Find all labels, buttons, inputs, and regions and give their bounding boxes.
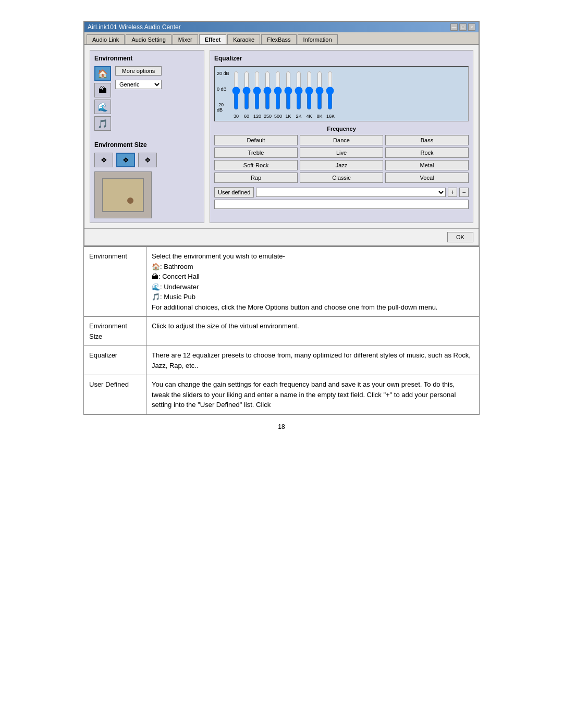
environment-dropdown[interactable]: Generic Bathroom Concert Hall Underwater… [115, 80, 162, 89]
preset-jazz[interactable]: Jazz [300, 160, 383, 170]
tab-audio-link[interactable]: Audio Link [87, 34, 125, 44]
more-options-button[interactable]: More options [115, 66, 162, 76]
equalizer-title: Equalizer [214, 55, 469, 62]
env-desc-concert: : Concert Hall [158, 273, 200, 280]
size-buttons: ❖ ❖ ❖ [94, 153, 200, 167]
eq-slider-1k[interactable] [285, 71, 292, 110]
user-defined-button[interactable]: User defined [214, 187, 254, 198]
term-environment: Environment [84, 247, 146, 317]
user-defined-row: User defined + − [214, 187, 469, 198]
tab-karaoke[interactable]: Karaoke [227, 34, 260, 44]
env-size-title: Environment Size [94, 141, 200, 149]
room-inner [102, 178, 144, 212]
preset-vocal[interactable]: Vocal [385, 172, 469, 183]
eq-slider-8k[interactable] [316, 71, 323, 110]
preset-treble[interactable]: Treble [214, 147, 298, 158]
freq-120: 120 [253, 114, 261, 119]
eq-slider-4k[interactable] [305, 71, 313, 110]
app-window: AirLink101 Wireless Audio Center — □ × A… [83, 21, 480, 246]
freq-60: 60 [243, 114, 250, 119]
frequency-label: Frequency [214, 126, 469, 132]
preset-rap[interactable]: Rap [214, 172, 298, 183]
tab-mixer[interactable]: Mixer [173, 34, 198, 44]
freq-4k: 4K [305, 114, 313, 119]
env-desc-musicpub: : Music Pub [160, 293, 195, 301]
eq-slider-120hz[interactable] [253, 71, 261, 110]
table-row-environment: Environment Select the environment you w… [84, 247, 480, 317]
env-desc-more: For additional choices, click the More O… [152, 303, 437, 311]
tab-information[interactable]: Information [298, 34, 338, 44]
description-table: Environment Select the environment you w… [83, 246, 480, 415]
tab-flexbass[interactable]: FlexBass [261, 34, 296, 44]
eq-slider-16k[interactable] [326, 71, 334, 110]
maximize-button[interactable]: □ [459, 23, 467, 31]
eq-slider-60hz[interactable] [243, 71, 250, 110]
eq-presets: Default Dance Bass Treble Live Rock Soft… [214, 135, 469, 183]
close-button[interactable]: × [468, 23, 475, 31]
env-desc-bathroom: : Bathroom [160, 263, 193, 270]
eq-slider-30hz[interactable] [232, 71, 240, 110]
freq-30: 30 [232, 114, 240, 119]
eq-slider-500hz[interactable] [274, 71, 282, 110]
preset-soft-rock[interactable]: Soft-Rock [214, 160, 298, 170]
preset-default[interactable]: Default [214, 135, 298, 145]
env-icon-musicpub-inline: 🎵 [152, 293, 160, 301]
equalizer-panel: Equalizer 20 dB 0 dB -20 dB [210, 50, 473, 223]
env-icon-bathroom-inline: 🏠 [152, 263, 160, 270]
size-btn-small[interactable]: ❖ [94, 153, 113, 167]
freq-2k: 2K [295, 114, 302, 119]
tab-effect[interactable]: Effect [199, 34, 227, 44]
freq-1k: 1K [285, 114, 292, 119]
tab-audio-setting[interactable]: Audio Setting [126, 34, 171, 44]
desc-environment: Select the environment you wish to emula… [146, 247, 480, 317]
room-dot [127, 198, 133, 204]
env-icon-concert-inline: 🏔 [152, 273, 158, 280]
env-icon-underwater-inline: 🌊 [152, 283, 160, 291]
desc-equalizer: There are 12 equalizer presets to choose… [146, 346, 480, 375]
env-icon-underwater[interactable]: 🌊 [94, 100, 111, 114]
eq-sliders-area: 20 dB 0 dB -20 dB [214, 66, 469, 121]
window-footer: OK [84, 228, 479, 245]
preset-metal[interactable]: Metal [385, 160, 469, 170]
ud-text-field[interactable] [214, 200, 469, 209]
db-label-neg20: -20 dB [217, 102, 230, 113]
env-desc-intro: Select the environment you wish to emula… [152, 252, 285, 260]
ud-add-button[interactable]: + [448, 188, 457, 197]
minimize-button[interactable]: — [450, 23, 458, 31]
desc-env-size: Click to adjust the size of the virtual … [146, 317, 480, 346]
preset-dance[interactable]: Dance [300, 135, 383, 145]
eq-sliders-container [232, 71, 334, 113]
preset-live[interactable]: Live [300, 147, 383, 158]
window-titlebar: AirLink101 Wireless Audio Center — □ × [84, 22, 479, 32]
env-icon-bathroom[interactable]: 🏠 [94, 66, 111, 81]
env-icon-concert[interactable]: 🏔 [94, 83, 111, 97]
env-desc-underwater: : Underwater [160, 283, 199, 291]
db-label-20: 20 dB [217, 71, 230, 76]
preset-classic[interactable]: Classic [300, 172, 383, 183]
preset-bass[interactable]: Bass [385, 135, 469, 145]
environment-size-section: Environment Size ❖ ❖ ❖ [94, 141, 200, 218]
eq-slider-2k[interactable] [295, 71, 302, 110]
environment-icons: 🏠 🏔 🌊 🎵 [94, 66, 111, 131]
window-title: AirLink101 Wireless Audio Center [88, 23, 181, 31]
page-number: 18 [83, 423, 480, 430]
freq-16k: 16K [326, 114, 334, 119]
freq-8k: 8K [316, 114, 323, 119]
ud-remove-button[interactable]: − [459, 188, 469, 197]
desc-user-defined: You can change the gain settings for eac… [146, 375, 480, 415]
environment-title: Environment [94, 55, 200, 62]
environment-panel: Environment 🏠 🏔 🌊 🎵 More options [90, 50, 204, 223]
preset-rock[interactable]: Rock [385, 147, 469, 158]
env-icon-musicpub[interactable]: 🎵 [94, 116, 111, 131]
window-controls: — □ × [450, 23, 475, 31]
size-btn-large[interactable]: ❖ [138, 153, 157, 167]
ok-button[interactable]: OK [447, 232, 473, 242]
size-btn-medium[interactable]: ❖ [116, 153, 135, 167]
user-defined-select[interactable] [256, 188, 446, 197]
eq-slider-250hz[interactable] [264, 71, 271, 110]
term-user-defined: User Defined [84, 375, 146, 415]
term-equalizer: Equalizer [84, 346, 146, 375]
room-preview [94, 171, 152, 218]
tab-bar: Audio Link Audio Setting Mixer Effect Ka… [84, 32, 479, 45]
table-row-equalizer: Equalizer There are 12 equalizer presets… [84, 346, 480, 375]
